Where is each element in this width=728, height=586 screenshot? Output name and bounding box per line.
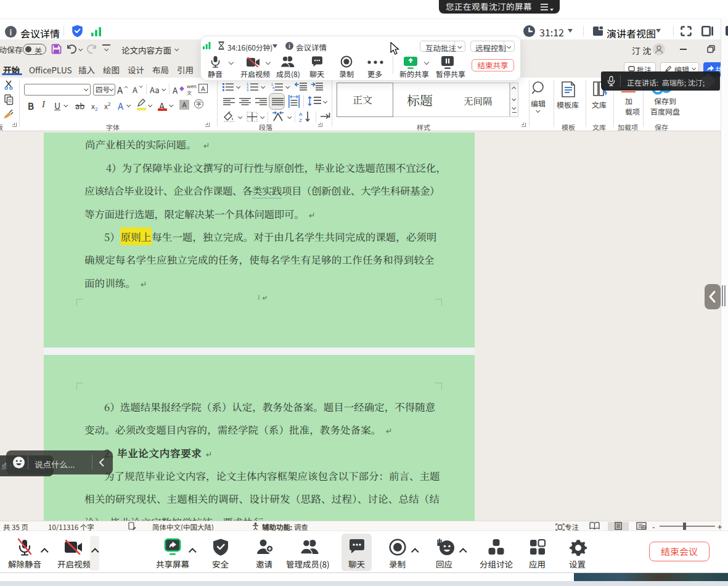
- svg-text:3: 3: [247, 88, 248, 92]
- svg-text:i: i: [274, 89, 274, 92]
- svg-text:Z: Z: [299, 118, 302, 123]
- svg-text:A: A: [299, 112, 303, 117]
